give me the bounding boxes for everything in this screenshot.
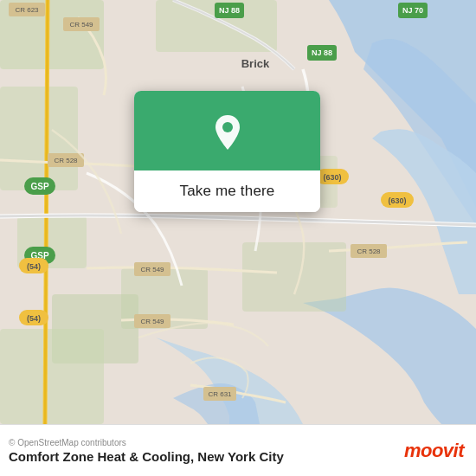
svg-text:NJ 88: NJ 88 xyxy=(312,48,332,57)
svg-text:CR 631: CR 631 xyxy=(208,390,232,398)
svg-text:Brick: Brick xyxy=(241,57,270,70)
svg-rect-2 xyxy=(0,87,78,190)
svg-text:CR 549: CR 549 xyxy=(140,318,164,325)
svg-rect-7 xyxy=(242,242,346,312)
footer-left: © OpenStreetMap contributors Comfort Zon… xyxy=(9,438,284,464)
location-pin-icon xyxy=(205,110,250,155)
svg-text:CR 528: CR 528 xyxy=(54,157,78,164)
location-name: Comfort Zone Heat & Cooling, New York Ci… xyxy=(9,449,284,464)
svg-text:(54): (54) xyxy=(27,262,41,271)
moovit-logo: moovit xyxy=(404,440,464,462)
svg-rect-5 xyxy=(0,329,104,424)
svg-text:GSP: GSP xyxy=(30,182,48,191)
map-background: GSP GSP NJ 88 NJ 88 NJ 70 CR 549 CR 528 … xyxy=(0,0,476,424)
popup-card: Take me there xyxy=(134,91,320,212)
svg-text:NJ 70: NJ 70 xyxy=(402,6,423,15)
osm-credit: © OpenStreetMap contributors xyxy=(9,438,284,447)
svg-text:NJ 88: NJ 88 xyxy=(219,6,240,15)
svg-text:CR 549: CR 549 xyxy=(69,21,93,29)
svg-text:(54): (54) xyxy=(27,314,41,323)
map-container: GSP GSP NJ 88 NJ 88 NJ 70 CR 549 CR 528 … xyxy=(0,0,476,424)
svg-text:CR 623: CR 623 xyxy=(15,6,39,14)
take-me-there-button[interactable]: Take me there xyxy=(134,170,320,212)
footer-bar: © OpenStreetMap contributors Comfort Zon… xyxy=(0,424,476,476)
svg-text:CR 549: CR 549 xyxy=(140,266,164,273)
svg-text:(630): (630) xyxy=(388,196,406,205)
popup-icon-area xyxy=(134,91,320,170)
moovit-text: moovit xyxy=(404,440,464,462)
svg-text:CR 528: CR 528 xyxy=(357,248,381,255)
svg-text:(630): (630) xyxy=(323,173,341,182)
svg-point-44 xyxy=(222,122,233,132)
